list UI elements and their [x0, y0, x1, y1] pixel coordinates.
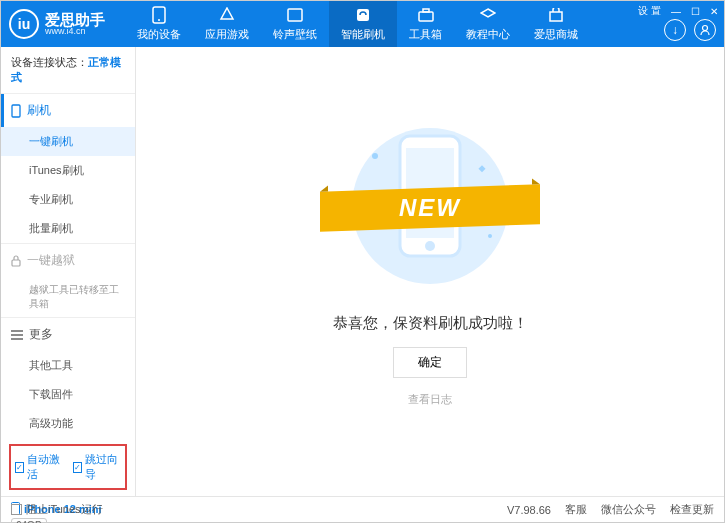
- close-icon[interactable]: ✕: [710, 6, 718, 17]
- sidebar: 设备连接状态：正常模式 刷机 一键刷机 iTunes刷机 专业刷机 批量刷机 一…: [1, 47, 136, 496]
- maximize-icon[interactable]: ☐: [691, 6, 700, 17]
- connection-status: 设备连接状态：正常模式: [1, 47, 135, 93]
- app-window: iu 爱思助手 www.i4.cn 我的设备 应用游戏 铃声壁纸 智能刷机: [0, 0, 725, 523]
- body: 设备连接状态：正常模式 刷机 一键刷机 iTunes刷机 专业刷机 批量刷机 一…: [1, 47, 724, 496]
- options-highlight-box: ✓自动激活 ✓跳过向导: [9, 444, 127, 490]
- tutorial-icon: [479, 6, 497, 24]
- svg-rect-4: [419, 12, 433, 21]
- conn-label: 设备连接状态：: [11, 56, 88, 68]
- logo: iu 爱思助手 www.i4.cn: [9, 9, 105, 39]
- flash-icon: [354, 6, 372, 24]
- nav-label: 工具箱: [409, 27, 442, 42]
- checkbox-label: 跳过向导: [85, 452, 121, 482]
- sidebar-advanced[interactable]: 高级功能: [1, 409, 135, 438]
- svg-rect-6: [550, 12, 562, 21]
- sidebar-download-firmware[interactable]: 下载固件: [1, 380, 135, 409]
- account-buttons: ↓: [664, 19, 716, 41]
- nav-label: 我的设备: [137, 27, 181, 42]
- footer: 阻止iTunes运行 V7.98.66 客服 微信公众号 检查更新: [1, 496, 724, 522]
- nav-smart-flash[interactable]: 智能刷机: [329, 1, 397, 47]
- ribbon-text: NEW: [399, 194, 461, 222]
- checkbox-icon: ✓: [15, 462, 24, 473]
- svg-rect-8: [12, 105, 20, 117]
- logo-icon: iu: [9, 9, 39, 39]
- app-icon: [218, 6, 236, 24]
- sidebar-other-tools[interactable]: 其他工具: [1, 351, 135, 380]
- checkbox-label: 自动激活: [27, 452, 63, 482]
- toolbox-icon: [417, 6, 435, 24]
- nav-ringtones[interactable]: 铃声壁纸: [261, 1, 329, 47]
- svg-rect-5: [423, 9, 429, 12]
- auto-activate-checkbox[interactable]: ✓自动激活: [15, 452, 63, 482]
- block-itunes-label: 阻止iTunes运行: [26, 502, 103, 517]
- block-itunes-checkbox[interactable]: [11, 504, 22, 515]
- app-name: 爱思助手: [45, 12, 105, 27]
- user-icon[interactable]: [694, 19, 716, 41]
- svg-point-1: [158, 19, 160, 21]
- ok-button[interactable]: 确定: [393, 347, 467, 378]
- sidebar-head-label: 更多: [29, 326, 53, 343]
- wechat-link[interactable]: 微信公众号: [601, 502, 656, 517]
- sidebar-more-head[interactable]: 更多: [1, 318, 135, 351]
- titlebar: iu 爱思助手 www.i4.cn 我的设备 应用游戏 铃声壁纸 智能刷机: [1, 1, 724, 47]
- nav-label: 教程中心: [466, 27, 510, 42]
- sidebar-jailbreak-head[interactable]: 一键越狱: [1, 244, 135, 277]
- check-update-link[interactable]: 检查更新: [670, 502, 714, 517]
- phone-icon: [150, 6, 168, 24]
- settings-link[interactable]: 设 置: [638, 4, 661, 18]
- sidebar-batch-flash[interactable]: 批量刷机: [1, 214, 135, 243]
- checkbox-icon: ✓: [73, 462, 82, 473]
- svg-rect-2: [288, 9, 302, 21]
- sidebar-oneclick-flash[interactable]: 一键刷机: [1, 127, 135, 156]
- svg-point-17: [425, 241, 435, 251]
- new-ribbon: NEW: [320, 184, 540, 232]
- nav-store[interactable]: 爱思商城: [522, 1, 590, 47]
- svg-point-20: [488, 234, 492, 238]
- sidebar-flash-head[interactable]: 刷机: [1, 94, 135, 127]
- version-label: V7.98.66: [507, 504, 551, 516]
- nav-apps[interactable]: 应用游戏: [193, 1, 261, 47]
- support-link[interactable]: 客服: [565, 502, 587, 517]
- wallpaper-icon: [286, 6, 304, 24]
- svg-point-7: [703, 26, 708, 31]
- nav-my-device[interactable]: 我的设备: [125, 1, 193, 47]
- sidebar-pro-flash[interactable]: 专业刷机: [1, 185, 135, 214]
- nav-toolbox[interactable]: 工具箱: [397, 1, 454, 47]
- jailbreak-note: 越狱工具已转移至工具箱: [1, 277, 135, 317]
- success-message: 恭喜您，保资料刷机成功啦！: [333, 314, 528, 333]
- store-icon: [547, 6, 565, 24]
- nav-label: 铃声壁纸: [273, 27, 317, 42]
- download-icon[interactable]: ↓: [664, 19, 686, 41]
- nav-label: 爱思商城: [534, 27, 578, 42]
- skip-guide-checkbox[interactable]: ✓跳过向导: [73, 452, 121, 482]
- sidebar-head-label: 刷机: [27, 102, 51, 119]
- view-log-link[interactable]: 查看日志: [408, 392, 452, 407]
- nav-label: 智能刷机: [341, 27, 385, 42]
- success-illustration: NEW: [350, 116, 510, 296]
- top-nav: 我的设备 应用游戏 铃声壁纸 智能刷机 工具箱 教程中心: [125, 1, 590, 47]
- main-panel: NEW 恭喜您，保资料刷机成功啦！ 确定 查看日志: [136, 47, 724, 496]
- app-site: www.i4.cn: [45, 27, 105, 36]
- sidebar-head-label: 一键越狱: [27, 252, 75, 269]
- nav-tutorials[interactable]: 教程中心: [454, 1, 522, 47]
- svg-rect-3: [357, 9, 369, 21]
- nav-label: 应用游戏: [205, 27, 249, 42]
- lock-icon: [11, 255, 21, 267]
- phone-icon: [11, 104, 21, 118]
- menu-icon: [11, 330, 23, 340]
- sidebar-itunes-flash[interactable]: iTunes刷机: [1, 156, 135, 185]
- window-controls: 设 置 — ☐ ✕: [638, 4, 718, 18]
- svg-rect-9: [12, 260, 20, 266]
- minimize-icon[interactable]: —: [671, 6, 681, 17]
- svg-point-18: [372, 153, 378, 159]
